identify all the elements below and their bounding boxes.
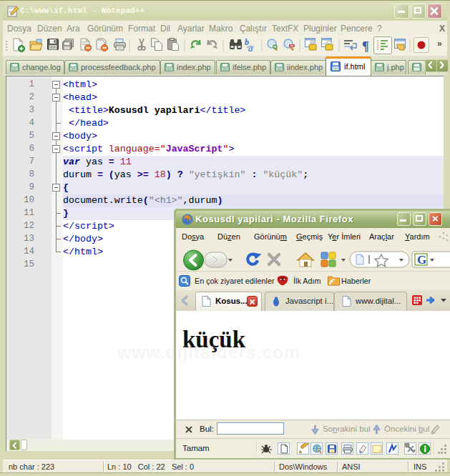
- svg-text:G: G: [417, 253, 426, 267]
- svg-text:»: »: [437, 39, 442, 49]
- svg-text:¶: ¶: [362, 39, 369, 54]
- svg-text:a: a: [248, 43, 253, 54]
